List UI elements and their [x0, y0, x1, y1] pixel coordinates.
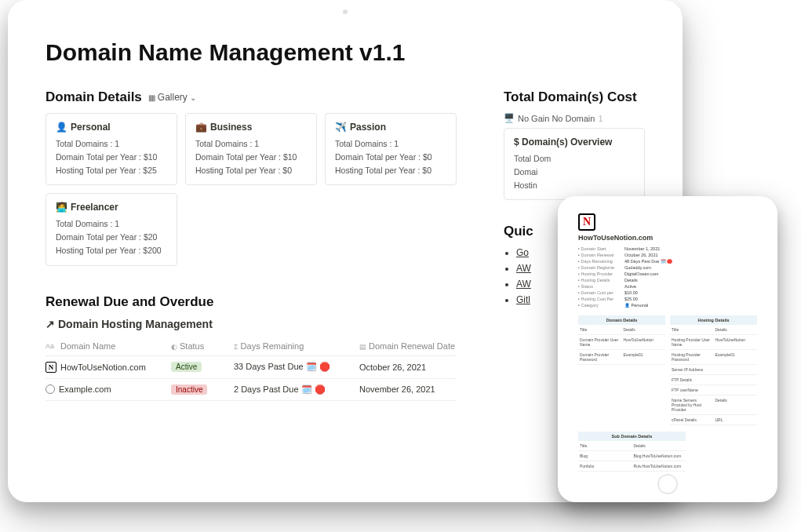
- mini-cell-key: Domain Provider User Name: [578, 337, 622, 348]
- prop-label: ▪ Domain Registrar: [578, 265, 621, 270]
- prop-value: $25.00: [624, 297, 638, 301]
- tablet-hosting-table: Hosting Details TitleDetailsHosting Prov…: [670, 315, 757, 425]
- domain-card[interactable]: 👤PersonalTotal Domains : 1Domain Total p…: [46, 113, 177, 185]
- card-line: Total Domains : 1: [56, 137, 167, 151]
- tablet-home-button[interactable]: [657, 474, 678, 494]
- select-icon: ◐: [171, 343, 177, 351]
- mini-cell-key: Hosting Provider User Name: [670, 337, 714, 348]
- mini-cell-value: Details: [714, 326, 758, 333]
- chevron-down-icon: ⌄: [190, 93, 196, 102]
- mini-table-row: Name Servers Provided by Host ProviderDe…: [670, 395, 757, 415]
- mini-cell-value: [714, 366, 758, 373]
- status-badge: Inactive: [171, 384, 207, 395]
- mini-cell-key: Server IP Address: [670, 366, 714, 373]
- col-header-days[interactable]: ΣDays Remaining: [234, 341, 359, 351]
- card-line: Hosting Total per Year : $200: [56, 244, 167, 257]
- card-title: ✈️Passion: [335, 122, 446, 133]
- page-title: Domain Name Management v1.1: [46, 39, 645, 66]
- cell-days: 2 Days Past Due 🗓️ 🛑: [234, 384, 359, 395]
- mini-cell-key: Title: [578, 326, 622, 333]
- card-line: Total Domains : 1: [56, 217, 167, 231]
- overview-card[interactable]: $ Domain(s) Overview Total Dom Domai Hos…: [504, 128, 645, 200]
- domain-card[interactable]: 🧑‍💻FreelancerTotal Domains : 1Domain Tot…: [46, 193, 177, 265]
- content-row: Domain Details ▦ Gallery ⌄ 👤PersonalTota…: [46, 89, 645, 401]
- cost-heading: Total Domain(s) Cost: [504, 89, 645, 105]
- mini-cell-key: Domain Provider Password: [578, 352, 622, 363]
- mini-table-header: Hosting Details: [670, 315, 757, 325]
- cell-name: Example.com: [46, 384, 171, 394]
- mini-cell-value: Rutv.HowToUseNotion.com: [632, 463, 685, 469]
- tablet-property-row: ▪ Domain RenewalOctober 26, 2021: [578, 253, 757, 257]
- mini-table-row: TitleDetails: [670, 325, 757, 335]
- gallery-view-toggle[interactable]: ▦ Gallery ⌄: [148, 92, 196, 103]
- mini-cell-value: Details: [714, 397, 758, 413]
- mini-cell-value: [714, 377, 758, 383]
- domain-card[interactable]: ✈️PassionTotal Domains : 1Domain Total p…: [325, 113, 457, 185]
- mini-table-row: FTP userName: [670, 385, 757, 395]
- mini-table-row: BlogBlog.HowToUseNotion.com: [578, 451, 686, 461]
- card-title-text: Personal: [71, 122, 111, 133]
- table-header: AaDomain Name ◐Status ΣDays Remaining ▤D…: [46, 337, 457, 356]
- prop-value: 48 Days Past Due 🗓️ 🛑: [624, 259, 672, 264]
- mini-cell-key: Blog: [578, 453, 632, 459]
- calendar-icon: ▤: [359, 343, 366, 351]
- card-icon: 💼: [195, 122, 207, 133]
- mini-cell-key: cPanel Details: [670, 417, 714, 423]
- overview-title: $ Domain(s) Overview: [514, 137, 635, 148]
- mini-cell-key: Title: [670, 326, 714, 333]
- domain-details-gallery: 👤PersonalTotal Domains : 1Domain Total p…: [46, 113, 457, 266]
- mini-cell-value: [714, 387, 758, 393]
- cost-filter-pill[interactable]: 🖥️ No Gain No Domain 1: [504, 113, 645, 123]
- renewal-subheading[interactable]: ↗ Domain Hosting Management: [46, 318, 457, 330]
- domain-icon: 🖥️: [504, 113, 515, 123]
- tablet-property-row: ▪ Domain RegistrarGodaddy.com: [578, 265, 757, 270]
- cell-status: Inactive: [171, 384, 234, 395]
- card-line: Hosting Total per Year : $0: [335, 164, 446, 177]
- mini-cell-key: Portfolio: [578, 463, 632, 469]
- mini-cell-value: HowToUseNotion: [622, 337, 666, 348]
- tablet-property-row: ▪ Domain Cost per$10.00: [578, 290, 757, 295]
- mini-table-row: PortfolioRutv.HowToUseNotion.com: [578, 461, 686, 472]
- notion-logo-icon: N: [578, 213, 595, 231]
- table-row[interactable]: Example.comInactive2 Days Past Due 🗓️ 🛑N…: [46, 379, 457, 401]
- col-header-status[interactable]: ◐Status: [171, 341, 234, 351]
- card-line: Domain Total per Year : $20: [56, 231, 167, 244]
- mini-table-row: FTP Details: [670, 375, 757, 385]
- domain-details-heading-text: Domain Details: [46, 89, 142, 105]
- card-title: 👤Personal: [56, 122, 167, 133]
- domain-card[interactable]: 💼BusinessTotal Domains : 1Domain Total p…: [185, 113, 317, 185]
- tablet-property-row: ▪ Hosting DetailsDetails: [578, 278, 757, 282]
- renewal-section: Renewal Due and Overdue ↗ Domain Hosting…: [46, 294, 457, 401]
- prop-value: November 1, 2021: [624, 246, 660, 251]
- mini-cell-key: FTP userName: [670, 387, 714, 393]
- prop-label: ▪ Status: [578, 284, 621, 289]
- mini-table-row: TitleDetails: [578, 325, 665, 335]
- prop-value: 👤 Personal: [624, 303, 648, 308]
- mini-cell-key: Title: [578, 443, 632, 449]
- globe-icon: [46, 384, 55, 394]
- renewal-table: AaDomain Name ◐Status ΣDays Remaining ▤D…: [46, 337, 457, 401]
- prop-value: $10.00: [624, 290, 638, 295]
- mini-cell-key: Hosting Provider Password: [670, 352, 714, 363]
- formula-icon: Σ: [234, 343, 238, 351]
- tablet-property-row: ▪ Category👤 Personal: [578, 303, 757, 308]
- card-title: 💼Business: [195, 122, 307, 133]
- card-line: Hosting Total per Year : $0: [195, 164, 307, 177]
- card-line: Domain Total per Year : $10: [195, 151, 307, 164]
- card-icon: 👤: [56, 122, 67, 133]
- tablet-page-title: HowToUseNotion.com: [578, 234, 757, 242]
- table-row[interactable]: NHowToUseNotion.comActive33 Days Past Du…: [46, 356, 457, 379]
- card-line: Hosting Total per Year : $25: [56, 164, 167, 177]
- tablet-property-row: ▪ Hosting Cost Per$25.00: [578, 297, 757, 301]
- prop-label: ▪ Hosting Cost Per: [578, 297, 621, 301]
- renewal-subheading-text: Domain Hosting Management: [58, 318, 213, 330]
- renewal-heading: Renewal Due and Overdue: [46, 294, 457, 310]
- col-header-date[interactable]: ▤Domain Renewal Date: [359, 341, 457, 351]
- col-header-name[interactable]: AaDomain Name: [46, 341, 171, 351]
- prop-value: Active: [624, 284, 636, 289]
- mini-cell-value: HowToUseNotion: [714, 337, 758, 348]
- card-title-text: Business: [210, 122, 252, 133]
- dollar-icon: $: [514, 137, 519, 148]
- card-title-text: Passion: [350, 122, 386, 133]
- gallery-icon: ▦: [148, 93, 155, 102]
